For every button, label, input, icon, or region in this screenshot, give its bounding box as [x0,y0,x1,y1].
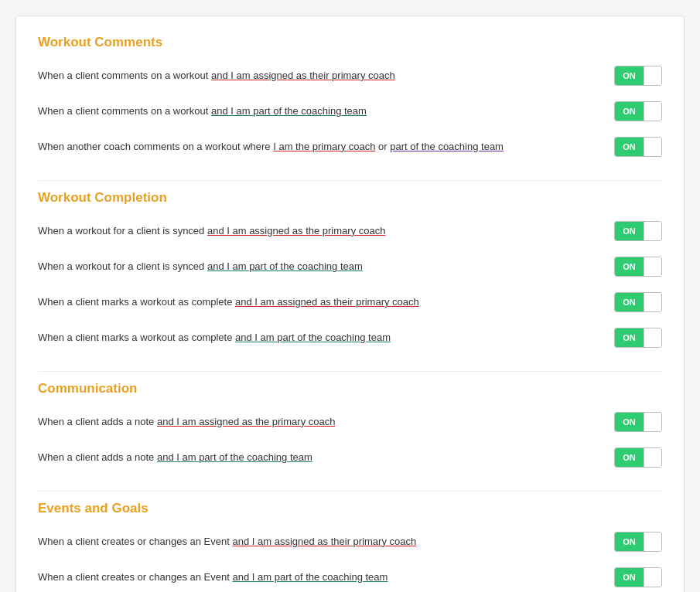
toggle-on-label-wc-1: ON [615,66,644,85]
row-wc-1: When a client comments on a workout and … [38,58,662,94]
toggle-wrap-wc-3: ON [614,137,662,157]
section-title-workout-completion: Workout Completion [38,190,662,206]
section-divider-0 [38,180,662,181]
toggle-wrap-wcmp-1: ON [614,221,662,241]
toggle-wrap-comm-2: ON [614,447,662,468]
row-text-wc-1: When a client comments on a workout and … [38,69,599,83]
toggle-off-area-wcmp-3 [644,293,661,311]
toggle-comm-2[interactable]: ON [614,447,662,468]
toggle-off-area-comm-2 [644,448,661,467]
toggle-off-area-wcmp-2 [644,257,661,276]
row-wcmp-4: When a client marks a workout as complet… [38,320,662,356]
row-wcmp-2: When a workout for a client is synced an… [38,249,662,284]
toggle-on-label-wc-3: ON [615,138,644,156]
row-comm-1: When a client adds a note and I am assig… [38,404,662,440]
row-text-eg-1: When a client creates or changes an Even… [38,535,599,549]
toggle-wc-1[interactable]: ON [614,66,662,86]
section-workout-completion: Workout CompletionWhen a workout for a c… [38,190,662,356]
toggle-wcmp-3[interactable]: ON [614,292,662,312]
row-wcmp-1: When a workout for a client is synced an… [38,213,662,249]
toggle-wrap-comm-1: ON [614,412,662,432]
row-text-wcmp-3: When a client marks a workout as complet… [38,295,599,309]
row-text-wcmp-1: When a workout for a client is synced an… [38,224,599,238]
toggle-off-area-wc-1 [644,66,661,85]
toggle-wcmp-4[interactable]: ON [614,328,662,348]
toggle-off-area-wcmp-1 [644,222,661,240]
toggle-on-label-wc-2: ON [615,102,644,121]
toggle-off-area-wc-3 [644,138,661,156]
toggle-wrap-wcmp-3: ON [614,292,662,312]
row-text-eg-2: When a client creates or changes an Even… [38,570,599,584]
section-title-communication: Communication [38,381,662,396]
toggle-wrap-eg-2: ON [614,567,662,587]
toggle-on-label-wcmp-4: ON [615,328,644,347]
toggle-on-label-eg-1: ON [615,532,644,551]
toggle-off-area-wcmp-4 [644,328,661,347]
section-title-events-goals: Events and Goals [38,501,662,516]
toggle-off-area-eg-1 [644,532,661,551]
row-text-wcmp-2: When a workout for a client is synced an… [38,260,599,274]
toggle-off-area-eg-2 [644,568,661,587]
toggle-wc-3[interactable]: ON [614,137,662,157]
row-text-wc-2: When a client comments on a workout and … [38,104,599,118]
toggle-wrap-wcmp-4: ON [614,328,662,348]
section-divider-1 [38,371,662,372]
toggle-comm-1[interactable]: ON [614,412,662,432]
toggle-on-label-wcmp-3: ON [615,293,644,311]
toggle-eg-1[interactable]: ON [614,532,662,552]
toggle-wrap-wc-1: ON [614,66,662,86]
toggle-eg-2[interactable]: ON [614,567,662,587]
section-communication: CommunicationWhen a client adds a note a… [38,381,662,475]
toggle-wrap-wcmp-2: ON [614,257,662,277]
row-text-comm-1: When a client adds a note and I am assig… [38,415,599,429]
section-title-workout-comments: Workout Comments [38,35,662,50]
section-divider-2 [38,491,662,492]
toggle-wc-2[interactable]: ON [614,101,662,121]
toggle-on-label-eg-2: ON [615,568,644,587]
row-text-comm-2: When a client adds a note and I am part … [38,451,599,464]
toggle-wrap-eg-1: ON [614,532,662,552]
toggle-on-label-wcmp-1: ON [615,222,644,240]
row-wc-3: When another coach comments on a workout… [38,129,662,165]
section-events-goals: Events and GoalsWhen a client creates or… [38,501,662,592]
row-eg-2: When a client creates or changes an Even… [38,560,662,592]
settings-container: Workout CommentsWhen a client comments o… [15,15,685,592]
row-text-wcmp-4: When a client marks a workout as complet… [38,331,599,345]
toggle-on-label-comm-2: ON [615,448,644,467]
row-wcmp-3: When a client marks a workout as complet… [38,284,662,320]
toggle-wrap-wc-2: ON [614,101,662,121]
row-wc-2: When a client comments on a workout and … [38,94,662,129]
toggle-wcmp-1[interactable]: ON [614,221,662,241]
toggle-wcmp-2[interactable]: ON [614,257,662,277]
row-eg-1: When a client creates or changes an Even… [38,524,662,560]
row-comm-2: When a client adds a note and I am part … [38,440,662,475]
row-text-wc-3: When another coach comments on a workout… [38,140,599,154]
section-workout-comments: Workout CommentsWhen a client comments o… [38,35,662,165]
toggle-off-area-wc-2 [644,102,661,121]
toggle-on-label-wcmp-2: ON [615,257,644,276]
toggle-off-area-comm-1 [644,413,661,431]
toggle-on-label-comm-1: ON [615,413,644,431]
